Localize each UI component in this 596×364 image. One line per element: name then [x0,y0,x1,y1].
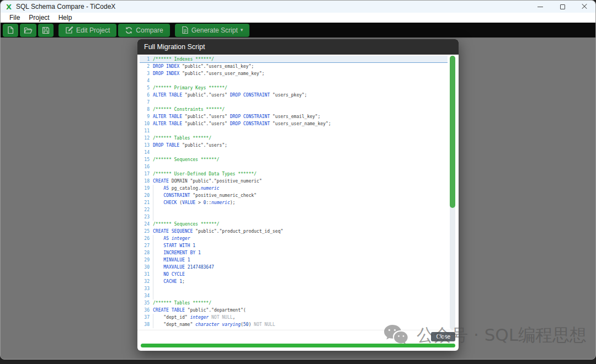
line-number: 4 [140,77,153,84]
line-number: 30 [140,264,153,271]
line-number: 33 [140,285,153,292]
code-text [153,77,448,84]
code-text [153,213,448,221]
line-number: 8 [140,106,153,113]
title-bar: X SQL Schema Compare - TiCodeX [1,1,595,13]
line-number: 26 [140,235,153,242]
compare-label: Compare [136,26,163,34]
dialog-header: Full Migration Script [137,39,459,55]
code-line: 32 CACHE 1; [140,278,448,285]
code-line: 1/****** Indexes ******/ [140,56,448,63]
menu-item-file[interactable]: File [5,14,24,22]
code-text: CREATE SEQUENCE "public"."product_produc… [153,228,448,235]
generate-script-button[interactable]: Generate Script ▾ [175,24,250,37]
line-number: 15 [140,156,153,163]
code-text: CONSTRAINT "positive_numeric_check" [153,192,448,199]
line-number: 31 [140,271,153,278]
code-line: 24/****** Sequences ******/ [140,221,448,228]
line-number: 21 [140,199,153,206]
line-number: 16 [140,163,153,170]
line-number: 35 [140,299,153,307]
line-number: 32 [140,278,153,285]
code-text: INCREMENT BY 1 [153,249,448,256]
code-line: 17/****** User-Defined Data Types ******… [140,170,448,178]
code-line: 29 MINVALUE 1 [140,256,448,264]
code-line: 21 CHECK (VALUE > 0::numeric); [140,199,448,206]
line-number: 9 [140,113,153,120]
code-text: CREATE TABLE "public"."department"( [153,307,448,314]
code-line: 34 [140,292,448,299]
new-project-button[interactable] [3,24,18,37]
app-window: X SQL Schema Compare - TiCodeX FileProje… [0,0,596,360]
code-text: /****** Tables ******/ [153,299,448,307]
code-text: ALTER TABLE "public"."users" DROP CONSTR… [153,92,448,99]
line-number: 1 [140,56,153,63]
code-text: AS pg_catalog.numeric [153,185,448,192]
edit-project-button[interactable]: Edit Project [58,24,116,37]
window-controls [529,1,595,13]
maximize-icon[interactable] [551,1,573,13]
code-text: /****** Tables ******/ [153,135,448,142]
scrollbar-thumb[interactable] [450,56,455,208]
line-number: 34 [140,292,153,299]
window-title: SQL Schema Compare - TiCodeX [16,3,115,10]
line-number: 24 [140,221,153,228]
line-number: 23 [140,213,153,221]
menu-item-project[interactable]: Project [24,14,54,22]
code-text: /****** Indexes ******/ [153,56,448,63]
code-text: DROP TABLE "public"."users"; [153,142,448,149]
code-line: 14 [140,149,448,156]
code-line: 36CREATE TABLE "public"."department"( [140,307,448,314]
open-project-button[interactable] [20,24,36,37]
line-number: 28 [140,249,153,256]
code-line: 13DROP TABLE "public"."users"; [140,142,448,149]
compare-button[interactable]: Compare [118,24,169,37]
edit-project-label: Edit Project [76,26,110,34]
scrollbar-track[interactable] [450,56,455,330]
code-line: 26 AS integer [140,235,448,242]
code-text [153,149,448,156]
code-line: 35/****** Tables ******/ [140,299,448,307]
code-text: MAXVALUE 2147483647 [153,264,448,271]
code-text: /****** Constraints ******/ [153,106,448,113]
app-logo-icon: X [6,3,12,11]
code-line: 37 "dept_id" integer NOT NULL, [140,314,448,321]
open-folder-icon [24,26,33,34]
code-line: 3DROP INDEX "public"."users_user_name_ke… [140,70,448,77]
full-migration-script-dialog: Full Migration Script 1/****** Indexes *… [137,39,459,351]
code-line: 38 "dept_name" character varying(50) NOT… [140,321,448,328]
code-lines: 1/****** Indexes ******/2DROP INDEX "pub… [140,56,448,328]
close-button[interactable]: Close [431,332,455,341]
line-number: 2 [140,63,153,70]
close-icon[interactable] [573,1,595,13]
code-line: 22 [140,206,448,213]
code-line: 7 [140,99,448,106]
save-project-button[interactable] [38,24,54,37]
code-text [153,285,448,292]
code-text [153,206,448,213]
line-number: 18 [140,178,153,185]
menu-item-help[interactable]: Help [54,14,77,22]
script-file-icon [182,26,189,34]
code-text [153,99,448,106]
progress-bar [141,344,455,347]
code-text: /****** Sequences ******/ [153,221,448,228]
code-line: 31 NO CYCLE [140,271,448,278]
line-number: 25 [140,228,153,235]
code-line: 9ALTER TABLE "public"."users" DROP CONST… [140,113,448,120]
line-number: 20 [140,192,153,199]
code-text: NO CYCLE [153,271,448,278]
code-editor: 1/****** Indexes ******/2DROP INDEX "pub… [137,55,459,330]
code-line: 25CREATE SEQUENCE "public"."product_prod… [140,228,448,235]
line-number: 11 [140,127,153,135]
code-text: "dept_name" character varying(50) NOT NU… [153,321,448,328]
line-number: 7 [140,99,153,106]
code-line: 18CREATE DOMAIN "public"."positive_numer… [140,178,448,185]
code-text: DROP INDEX "public"."users_user_name_key… [153,70,448,77]
code-text [153,292,448,299]
toolbar: Edit Project Compare Generate Script ▾ [1,23,595,38]
code-line: 10ALTER TABLE "public"."users" DROP CONS… [140,120,448,127]
new-file-icon [7,26,14,34]
code-text: /****** User-Defined Data Types ******/ [153,170,448,178]
minimize-icon[interactable] [529,1,551,13]
